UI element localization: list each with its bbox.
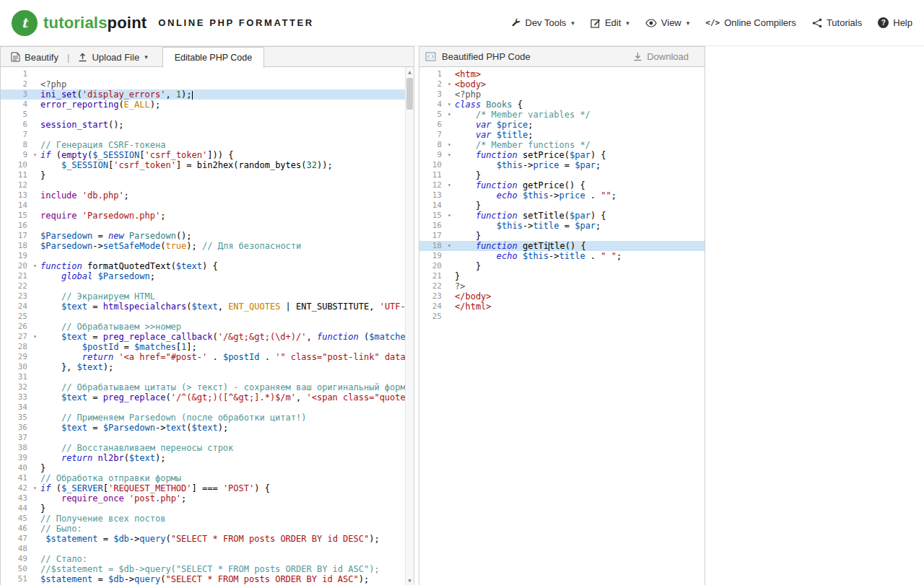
scroll-down-button[interactable]: ▼ (406, 576, 414, 585)
menu-item-view[interactable]: View ▾ (645, 17, 689, 28)
code-line[interactable]: 42▾if ($_SERVER['REQUEST_METHOD'] === 'P… (1, 483, 414, 493)
code-line[interactable]: 24</html> (419, 302, 705, 312)
code-line[interactable]: 12▾ function getPrice() { (419, 180, 705, 190)
code-line[interactable]: 10 $this->price = $par; (419, 160, 705, 170)
fold-marker[interactable]: ▾ (444, 79, 455, 89)
code-line[interactable]: 29 return '<a href="#post-' . $postId . … (1, 352, 414, 362)
code-line[interactable]: 49// Стало: (1, 554, 414, 564)
code-line[interactable]: 37 (1, 433, 414, 443)
code-line[interactable]: 9▾if (empty($_SESSION['csrf_token'])) { (1, 150, 414, 160)
code-line[interactable]: 5 (1, 110, 414, 120)
code-line[interactable]: 38 // Восстанавливаем переносы строк (1, 443, 414, 453)
scrollbar-thumb[interactable] (406, 78, 413, 110)
code-line[interactable]: 18$Parsedown->setSafeMode(true); // Для … (1, 241, 414, 251)
code-line[interactable]: 1<htm> (419, 69, 705, 79)
code-line[interactable]: 47 $statement = $db->query("SELECT * FRO… (1, 534, 414, 544)
code-line[interactable]: 43 require_once 'post.php'; (1, 493, 414, 503)
editable-php-code-editor[interactable]: ▲ ▼ 12<?php3ini_set('display_errors', 1)… (1, 67, 414, 585)
code-line[interactable]: 21} (419, 271, 705, 281)
fold-marker[interactable]: ▾ (444, 241, 455, 251)
fold-marker[interactable]: ▾ (444, 100, 455, 110)
code-line[interactable]: 45// Получение всех постов (1, 514, 414, 524)
code-line[interactable]: 44} (1, 503, 414, 514)
code-line[interactable]: 15require 'Parsedown.php'; (1, 211, 414, 221)
menu-item-tutorials[interactable]: Tutorials (812, 17, 862, 28)
code-line[interactable]: 39 return nl2br($text); (1, 453, 414, 463)
menu-item-help[interactable]: ? Help (878, 17, 912, 28)
fold-marker[interactable]: ▾ (444, 211, 455, 221)
code-line[interactable]: 22 (1, 281, 414, 291)
code-line[interactable]: 25 (1, 312, 414, 322)
editor-scrollbar[interactable]: ▲ ▼ (405, 67, 414, 585)
code-line[interactable]: 22?> (419, 281, 705, 291)
code-line[interactable]: 2<?php (1, 79, 414, 89)
code-line[interactable]: 7 var $title; (419, 130, 705, 140)
code-line[interactable]: 27▾ $text = preg_replace_callback('/&gt;… (1, 332, 414, 342)
code-line[interactable]: 19 (1, 251, 414, 261)
code-line[interactable]: 16 (1, 221, 414, 231)
tutorialspoint-logo[interactable]: t tutorialspoint (12, 10, 147, 36)
code-line[interactable]: 11} (1, 170, 414, 180)
code-line[interactable]: 2▾<body> (419, 79, 705, 89)
fold-marker[interactable]: ▾ (30, 150, 40, 160)
code-line[interactable]: 14 (1, 201, 414, 211)
code-line[interactable]: 32 // Обрабатываем цитаты (> текст) - со… (1, 382, 414, 392)
code-line[interactable]: 50//$statement = $db->query("SELECT * FR… (1, 564, 414, 574)
code-line[interactable]: 13include 'db.php'; (1, 190, 414, 201)
code-line[interactable]: 35 // Применяем Parsedown (после обработ… (1, 413, 414, 423)
code-line[interactable]: 13 echo $this->price . ""; (419, 190, 705, 201)
download-button[interactable]: Download (633, 47, 689, 67)
code-line[interactable]: 28 $postId = $matches[1]; (1, 342, 414, 352)
code-line[interactable]: 20 } (419, 261, 705, 271)
code-line[interactable]: 12 (1, 180, 414, 190)
code-line[interactable]: 46// Было: (1, 524, 414, 534)
code-line[interactable]: 26 // Обрабатываем >>номер (1, 322, 414, 332)
code-line[interactable]: 8▾ /* Member functions */ (419, 140, 705, 150)
code-line[interactable]: 19 echo $this->title . " "; (419, 251, 705, 261)
menu-item-dev-tools[interactable]: Dev Tools ▾ (511, 17, 575, 28)
fold-marker[interactable]: ▾ (444, 180, 455, 190)
code-line[interactable]: 14 } (419, 201, 705, 211)
beautify-button[interactable]: Beautify (5, 47, 64, 67)
fold-marker[interactable]: ▾ (444, 150, 455, 160)
code-line[interactable]: 3ini_set('display_errors', 1); (1, 89, 414, 100)
code-line[interactable]: 31 (1, 372, 414, 382)
code-line[interactable]: 40} (1, 463, 414, 473)
code-line[interactable]: 34 (1, 403, 414, 413)
code-line[interactable]: 25 (419, 312, 705, 322)
menu-item-edit[interactable]: Edit ▾ (590, 17, 629, 28)
fold-marker[interactable]: ▾ (444, 110, 455, 120)
code-line[interactable]: 17$Parsedown = new Parsedown(); (1, 231, 414, 241)
code-line[interactable]: 33 $text = preg_replace('/^(&gt;)([^&gt;… (1, 392, 414, 403)
code-line[interactable]: 23</body> (419, 291, 705, 302)
code-line[interactable]: 15▾ function setTitle($par) { (419, 211, 705, 221)
code-line[interactable]: 17 } (419, 231, 705, 241)
fold-marker[interactable]: ▾ (30, 332, 40, 342)
code-line[interactable]: 4▾class Books { (419, 100, 705, 110)
code-line[interactable]: 9▾ function setPrice($par) { (419, 150, 705, 160)
code-line[interactable]: 16 $this->title = $par; (419, 221, 705, 231)
scroll-up-button[interactable]: ▲ (406, 67, 414, 76)
fold-marker[interactable]: ▾ (444, 140, 455, 150)
menu-item-online-compilers[interactable]: </> Online Compilers (705, 17, 796, 28)
code-line[interactable]: 18▾ function getTitle() { (419, 241, 705, 251)
code-line[interactable]: 3<?php (419, 89, 705, 100)
fold-marker[interactable]: ▾ (30, 483, 40, 493)
code-line[interactable]: 4error_reporting(E_ALL); (1, 100, 414, 110)
fold-marker[interactable]: ▾ (30, 261, 40, 271)
code-line[interactable]: 48 (1, 544, 414, 554)
code-line[interactable]: 24 $text = htmlspecialchars($text, ENT_Q… (1, 302, 414, 312)
code-line[interactable]: 5▾ /* Member variables */ (419, 110, 705, 120)
code-line[interactable]: 7 (1, 130, 414, 140)
code-line[interactable]: 51$statement = $db->query("SELECT * FROM… (1, 574, 414, 584)
code-line[interactable]: 21 global $Parsedown; (1, 271, 414, 281)
code-line[interactable]: 6session_start(); (1, 120, 414, 130)
code-line[interactable]: 1 (1, 69, 414, 79)
code-line[interactable]: 10 $_SESSION['csrf_token'] = bin2hex(ran… (1, 160, 414, 170)
code-line[interactable]: 41// Обработка отправки формы (1, 473, 414, 483)
tab-editable-php-code[interactable]: Editable PHP Code (162, 47, 264, 68)
beautified-php-code-editor[interactable]: 1<htm>2▾<body>3<?php4▾class Books {5▾ /*… (419, 67, 705, 585)
code-line[interactable]: 30 }, $text); (1, 362, 414, 372)
code-line[interactable]: 36 $text = $Parsedown->text($text); (1, 423, 414, 433)
upload-file-button[interactable]: Upload File ▾ (72, 47, 153, 67)
